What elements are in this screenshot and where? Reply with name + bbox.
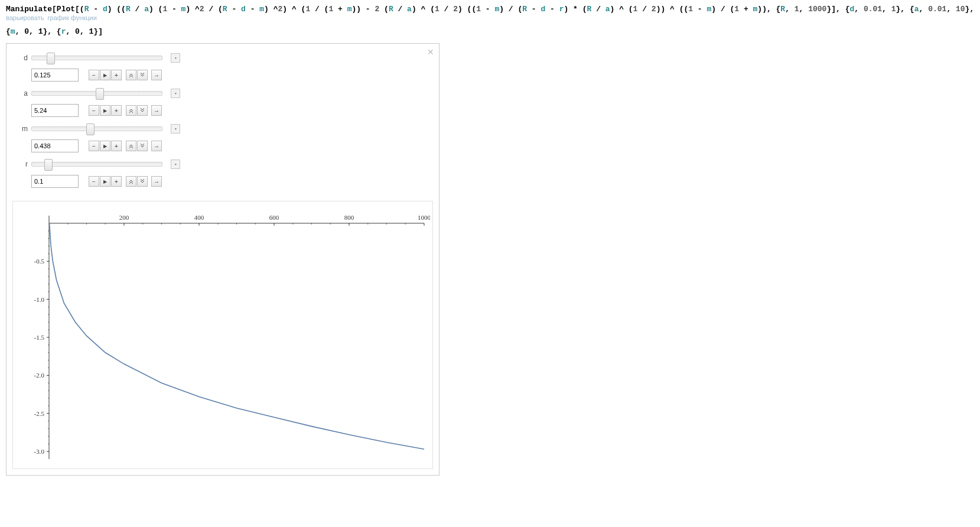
svg-text:-1.0: -1.0 [34,296,45,303]
svg-text:1000: 1000 [418,214,430,221]
svg-text:800: 800 [344,214,354,221]
code-hint: варьировать график функции [6,14,974,21]
control-label-d: d [16,54,31,62]
control-label-r: r [16,160,31,168]
slower-button[interactable] [137,141,148,151]
step-minus-button[interactable]: − [89,70,99,80]
step-plus-button[interactable]: + [111,141,122,151]
slider-r[interactable] [31,162,162,167]
manipulate-panel: ✕ d▪−▶+→a▪−▶+→m▪−▶+→r▪−▶+→ 2004006008001… [6,43,439,476]
collapse-icon[interactable]: ▪ [171,89,180,98]
hint-plot: график функции [48,14,97,21]
value-input-a[interactable] [31,104,79,117]
step-plus-button[interactable]: + [111,70,122,80]
step-plus-button[interactable]: + [111,105,122,116]
svg-text:-2.0: -2.0 [34,372,45,379]
faster-button[interactable] [126,141,136,151]
svg-text:-2.5: -2.5 [34,410,45,417]
collapse-icon[interactable]: ▪ [171,160,180,169]
faster-button[interactable] [126,105,136,116]
collapse-icon[interactable]: ▪ [171,124,180,134]
svg-text:400: 400 [194,214,204,221]
assign-button[interactable]: → [151,141,162,151]
collapse-icon[interactable]: ▪ [171,53,180,63]
step-minus-button[interactable]: − [89,105,99,116]
svg-text:-0.5: -0.5 [34,258,45,265]
faster-button[interactable] [126,70,136,80]
svg-text:-3.0: -3.0 [34,448,45,455]
slower-button[interactable] [137,105,148,116]
step-minus-button[interactable]: − [89,176,99,187]
faster-button[interactable] [126,176,136,187]
play-button[interactable]: ▶ [100,141,110,151]
svg-text:600: 600 [269,214,279,221]
assign-button[interactable]: → [151,105,162,116]
plot-area: 2004006008001000-0.5-1.0-1.5-2.0-2.5-3.0 [12,201,433,469]
slider-a[interactable] [31,91,162,96]
assign-button[interactable]: → [151,70,162,80]
control-label-m: m [16,125,31,133]
step-minus-button[interactable]: − [89,141,99,151]
code-line-2: {m, 0, 1}, {r, 0, 1}] [6,27,974,36]
slider-d[interactable] [31,56,162,60]
slower-button[interactable] [137,70,148,80]
close-icon[interactable]: ✕ [427,47,434,57]
controls-block: d▪−▶+→a▪−▶+→m▪−▶+→r▪−▶+→ [10,47,435,201]
slider-m[interactable] [31,126,162,131]
code-line-1: Manipulate[Plot[(R - d) ((R / a) (1 - m)… [6,5,974,14]
slider-thumb-a[interactable] [96,88,104,100]
svg-text:200: 200 [119,214,129,221]
value-input-r[interactable] [31,175,79,188]
hint-manipulate: варьировать [6,14,44,21]
slider-thumb-d[interactable] [47,53,55,64]
control-label-a: a [16,89,31,97]
assign-button[interactable]: → [151,176,162,187]
value-input-d[interactable] [31,69,79,82]
svg-text:-1.5: -1.5 [34,334,45,341]
play-button[interactable]: ▶ [100,70,110,80]
play-button[interactable]: ▶ [100,105,110,116]
slider-thumb-m[interactable] [86,123,95,135]
step-plus-button[interactable]: + [111,176,122,187]
slider-thumb-r[interactable] [44,159,53,171]
value-input-m[interactable] [31,139,79,152]
play-button[interactable]: ▶ [100,176,110,187]
slower-button[interactable] [137,176,148,187]
plot-svg: 2004006008001000-0.5-1.0-1.5-2.0-2.5-3.0 [17,205,430,465]
